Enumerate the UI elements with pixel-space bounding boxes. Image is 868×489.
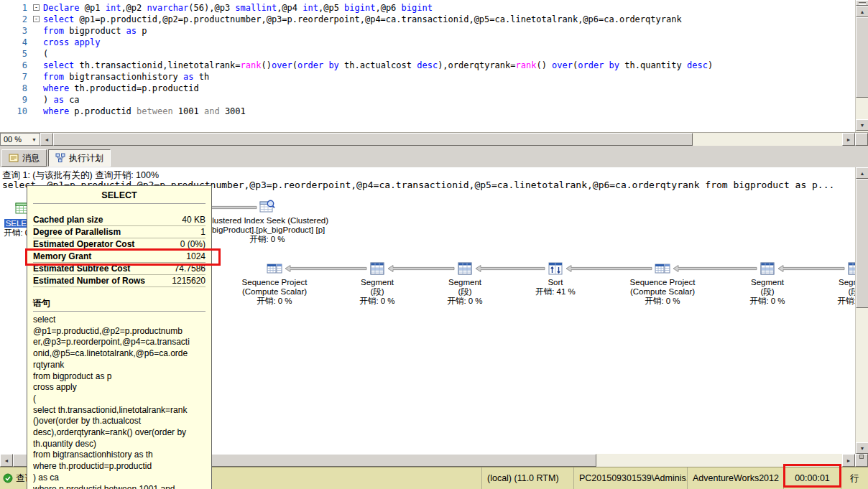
seqproj-icon [231, 261, 318, 276]
fold-collapse-icon[interactable]: - [33, 4, 40, 11]
fold-column [32, 71, 43, 83]
plan-node-segment-4[interactable]: Segment(段)开销: 0 % [819, 261, 855, 306]
code-text: Declare @p1 int,@p2 nvarchar(56),@p3 sma… [43, 2, 433, 14]
code-line[interactable]: 4cross apply [0, 37, 855, 48]
statement-line: from bigproduct as p [33, 371, 206, 383]
tooltip-row-label: Estimated Subtree Cost [33, 263, 130, 274]
scroll-up-icon[interactable]: ▲ [856, 167, 868, 179]
code-line[interactable]: 8where th.productid=p.productid [0, 83, 855, 94]
node-label: Sequence Project [231, 278, 318, 287]
tab-label: 消息 [22, 152, 40, 164]
sql-editor[interactable]: 1-Declare @p1 int,@p2 nvarchar(56),@p3 s… [0, 0, 855, 132]
fold-column [32, 25, 43, 37]
node-label: Sequence Project [619, 278, 706, 287]
editor-hscroll-row: 00 % ▼ ◄ ► [0, 132, 868, 146]
scrollbar-thumb[interactable] [856, 17, 868, 98]
tooltip-statement-label: 语句 [33, 297, 206, 312]
plan-node-sequence-project-2[interactable]: Sequence Project(Compute Scalar)开销: 0 % [619, 261, 706, 306]
execution-plan-tab[interactable]: 执行计划 [48, 149, 111, 167]
code-line[interactable]: 2-select @p1=p.productid,@p2=p.productnu… [0, 14, 855, 25]
scroll-up-icon[interactable]: ▲ [856, 6, 868, 17]
fold-column [32, 48, 43, 60]
code-text: select th.transactionid,linetotalrank=ra… [43, 60, 713, 71]
code-text: select @p1=p.productid,@p2=p.productnumb… [43, 14, 682, 25]
scroll-down-icon[interactable]: ▼ [856, 119, 868, 131]
node-label: Segment [341, 278, 413, 287]
tooltip-row-value: 1215620 [172, 275, 206, 287]
statement-line: ) as ca [33, 472, 206, 484]
fold-column: - [32, 2, 43, 14]
line-number: 9 [0, 94, 32, 106]
editor-vscrollbar[interactable]: ▲ ▼ [855, 0, 868, 132]
statement-line: th.quantity desc) [33, 439, 206, 450]
code-text: ( [43, 48, 48, 60]
node-label: (段) [429, 287, 501, 297]
code-line[interactable]: 10where p.productid between 1001 and 300… [0, 106, 855, 117]
scrollbar-thumb[interactable] [53, 133, 693, 146]
plan-node-sort[interactable]: Sort开销: 41 % [520, 261, 591, 297]
query-success-icon [3, 473, 13, 483]
line-number: 3 [0, 25, 32, 37]
editor-hscroll-track[interactable] [53, 133, 842, 146]
scroll-left-icon[interactable]: ◄ [0, 454, 13, 467]
node-label: Segment [429, 278, 501, 287]
seek-icon [188, 199, 346, 215]
code-lines: 1-Declare @p1 int,@p2 nvarchar(56),@p3 s… [0, 0, 855, 117]
segment-icon [429, 261, 501, 276]
plan-node-clustered-index-seek[interactable]: Clustered Index Seek (Clustered)[bigProd… [188, 199, 346, 244]
scrollbar-corner [855, 133, 868, 146]
fold-column [32, 106, 43, 117]
statement-line: ( [33, 393, 206, 405]
node-label: (Compute Scalar) [619, 287, 706, 297]
node-label: 开销: 0 % [429, 297, 501, 306]
scroll-left-icon[interactable]: ◄ [40, 133, 53, 146]
scroll-right-icon[interactable]: ► [842, 454, 855, 467]
code-text: ) as ca [43, 94, 80, 106]
results-tabstrip: 消息执行计划 [0, 148, 868, 167]
plan-node-segment-2[interactable]: Segment(段)开销: 0 % [429, 261, 501, 306]
scroll-right-icon[interactable]: ► [842, 133, 855, 146]
fold-collapse-icon[interactable]: - [33, 16, 40, 22]
code-line[interactable]: 9) as ca [0, 94, 855, 106]
statement-line: @p1=p.productid,@p2=p.productnumb [33, 326, 206, 337]
node-label: (Compute Scalar) [231, 287, 318, 297]
messages-icon [9, 153, 19, 163]
fold-column [32, 37, 43, 48]
scroll-down-icon[interactable]: ▼ [856, 442, 868, 454]
tooltip-statement: select@p1=p.productid,@p2=p.productnumbe… [33, 315, 206, 489]
statement-line: desc),orderqtyrank=rank() over(order by [33, 427, 206, 439]
sort-icon [520, 261, 591, 276]
code-line[interactable]: 1-Declare @p1 int,@p2 nvarchar(56),@p3 s… [0, 2, 855, 14]
code-line[interactable]: 6select th.transactionid,linetotalrank=r… [0, 60, 855, 71]
node-label: 开销: 0 % [619, 297, 706, 306]
resize-grip[interactable] [855, 454, 868, 467]
code-line[interactable]: 5( [0, 48, 855, 60]
plan-vscrollbar[interactable]: ▲ ▼ [855, 167, 868, 454]
node-label: 开销: 0 % [819, 297, 855, 306]
seqproj-icon [619, 261, 706, 276]
tooltip-row-label: Memory Grant [33, 251, 91, 262]
node-label: (段) [819, 287, 855, 297]
code-line[interactable]: 3from bigproduct as p [0, 25, 855, 37]
segment-icon [341, 261, 413, 276]
node-label: Segment [819, 278, 855, 287]
tooltip-row-label: Cached plan size [33, 214, 103, 225]
code-line[interactable]: 7from bigtransactionhistory as th [0, 71, 855, 83]
plan-node-sequence-project-1[interactable]: Sequence Project(Compute Scalar)开销: 0 % [231, 261, 318, 306]
zoom-dropdown[interactable]: 00 % ▼ [0, 133, 40, 146]
scrollbar-thumb[interactable] [856, 179, 868, 308]
status-right: (local) (11.0 RTM) PC201509301539\Admini… [481, 467, 868, 489]
line-number: 4 [0, 37, 32, 48]
statement-line: from bigtransactionhistory as th [33, 450, 206, 461]
plan-node-segment-3[interactable]: Segment(段)开销: 0 % [731, 261, 803, 306]
status-server: (local) (11.0 RTM) [481, 467, 573, 489]
node-label: 开销: 0 % [731, 297, 803, 306]
fold-column [32, 60, 43, 71]
node-label: Clustered Index Seek (Clustered) [188, 216, 346, 225]
statement-line: rqtyrank [33, 360, 206, 371]
messages-tab[interactable]: 消息 [1, 149, 47, 167]
plan-node-segment-1[interactable]: Segment(段)开销: 0 % [341, 261, 413, 306]
line-number: 6 [0, 60, 32, 71]
splitter-grip[interactable] [856, 0, 868, 6]
status-rowcount: 行 [841, 467, 868, 489]
